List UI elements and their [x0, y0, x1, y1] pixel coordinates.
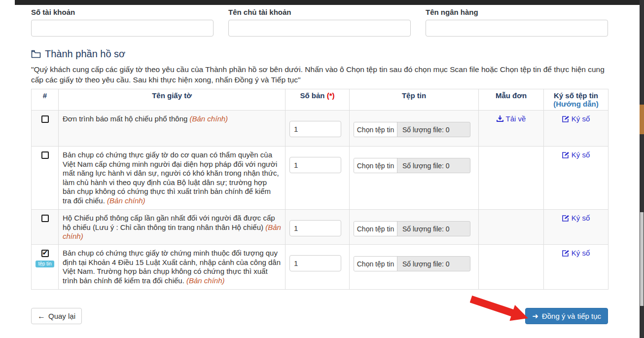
scrollbar-track[interactable]: [640, 0, 644, 338]
required-asterisk: (*): [327, 91, 335, 100]
field-bank-name: Tên ngân hàng: [426, 8, 608, 37]
table-row: Bản chụp có chứng thực giấy tờ do cơ qua…: [32, 147, 608, 210]
row3-file-count: Số lượng file: 0: [397, 222, 470, 236]
folder-icon: [31, 50, 41, 58]
account-number-label: Số tài khoản: [31, 8, 214, 16]
row2-file-count: Số lượng file: 0: [397, 158, 470, 173]
download-icon: [497, 115, 503, 122]
section-title: Thành phần hồ sơ: [31, 48, 125, 60]
table-row: Đơn trình báo mất hộ chiếu phổ thông (Bả…: [32, 111, 608, 147]
row3-sign-link[interactable]: Ký số: [562, 214, 590, 222]
edit-sign-icon: [562, 115, 569, 122]
row1-file-group: Chọn tệp tin Số lượng file: 0: [354, 122, 470, 137]
account-holder-label: Tên chủ tài khoản: [228, 8, 411, 16]
bank-name-input[interactable]: [426, 20, 608, 37]
documents-table: # Tên giấy tờ Số bản (*) Tệp tin Mẫu đơn…: [31, 89, 608, 290]
doc-name: Bản chụp có chứng thực giấy tờ do cơ qua…: [63, 150, 279, 205]
row1-choose-file-button[interactable]: Chọn tệp tin: [354, 122, 397, 137]
scrollbar-marker: [640, 105, 644, 134]
row1-download-template-link[interactable]: Tải về: [497, 114, 526, 123]
row4-choose-file-button[interactable]: Chọn tệp tin: [354, 257, 397, 271]
row3-copies-input[interactable]: [289, 220, 341, 236]
arrow-right-icon: ➜: [532, 312, 538, 321]
col-header-copies: Số bản (*): [286, 89, 350, 111]
doc-note: (Bản chính): [190, 114, 228, 123]
table-row: Hộ Chiếu phổ thông cấp lần gần nhất đối …: [32, 210, 608, 245]
sign-guide-link[interactable]: (Hướng dẫn): [547, 100, 605, 108]
row1-copies-input[interactable]: [289, 121, 341, 137]
bank-name-label: Tên ngân hàng: [426, 8, 608, 16]
col-header-file: Tệp tin: [350, 89, 479, 111]
row1-sign-link[interactable]: Ký số: [562, 114, 590, 123]
doc-name: Hộ Chiếu phổ thông cấp lần gần nhất đối …: [63, 214, 275, 231]
row3-file-group: Chọn tệp tin Số lượng file: 0: [354, 221, 470, 236]
row3-choose-file-button[interactable]: Chọn tệp tin: [354, 222, 397, 236]
edit-sign-icon: [562, 250, 569, 257]
row4-file-badge: tệp tin: [36, 261, 54, 267]
row2-choose-file-button[interactable]: Chọn tệp tin: [354, 158, 397, 173]
continue-button[interactable]: ➜ Đồng ý và tiếp tục: [525, 308, 608, 324]
doc-name: Bản chụp có chứng thực giấy tờ chứng min…: [63, 249, 281, 285]
col-header-index: #: [32, 89, 59, 111]
row4-file-count: Số lượng file: 0: [397, 257, 470, 271]
edit-sign-icon: [562, 151, 569, 158]
scrollbar-thumb[interactable]: [640, 212, 644, 306]
col-header-template: Mẫu đơn: [479, 89, 544, 111]
row1-file-count: Số lượng file: 0: [397, 122, 470, 137]
window-top-bar: [15, 0, 644, 5]
row2-file-group: Chọn tệp tin Số lượng file: 0: [354, 158, 470, 173]
row1-checkbox[interactable]: [41, 115, 49, 123]
table-header-row: # Tên giấy tờ Số bản (*) Tệp tin Mẫu đơn…: [32, 89, 608, 111]
account-holder-input[interactable]: [228, 20, 411, 37]
field-account-holder: Tên chủ tài khoản: [228, 8, 411, 37]
doc-note: (Bản chính): [107, 196, 145, 205]
edit-sign-icon: [562, 215, 569, 222]
section-title-text: Thành phần hồ sơ: [45, 48, 125, 60]
row2-copies-input[interactable]: [289, 157, 341, 173]
doc-name: Đơn trình báo mất hộ chiếu phổ thông: [63, 114, 190, 123]
instructions-text: "Quý khách cung cấp các giấy tờ theo yêu…: [31, 64, 609, 85]
arrow-left-icon: ←: [37, 312, 45, 321]
row2-checkbox[interactable]: [41, 151, 49, 159]
col-header-doc-name: Tên giấy tờ: [59, 89, 286, 111]
account-number-input[interactable]: [31, 20, 214, 37]
row4-file-group: Chọn tệp tin Số lượng file: 0: [354, 256, 470, 271]
row4-checkbox-checked[interactable]: [41, 250, 49, 257]
doc-note: (Bản chính): [186, 276, 225, 285]
row4-sign-link[interactable]: Ký số: [562, 249, 590, 257]
row4-copies-input[interactable]: [289, 255, 341, 271]
row2-sign-link[interactable]: Ký số: [562, 150, 590, 159]
col-header-sign: Ký số tệp tin (Hướng dẫn): [544, 89, 608, 111]
table-row: tệp tin Bản chụp có chứng thực giấy tờ c…: [32, 245, 608, 290]
back-button[interactable]: ← Quay lại: [31, 308, 82, 324]
row3-checkbox[interactable]: [41, 215, 49, 222]
page: Số tài khoản Tên chủ tài khoản Tên ngân …: [0, 0, 644, 338]
field-account-number: Số tài khoản: [31, 8, 214, 37]
